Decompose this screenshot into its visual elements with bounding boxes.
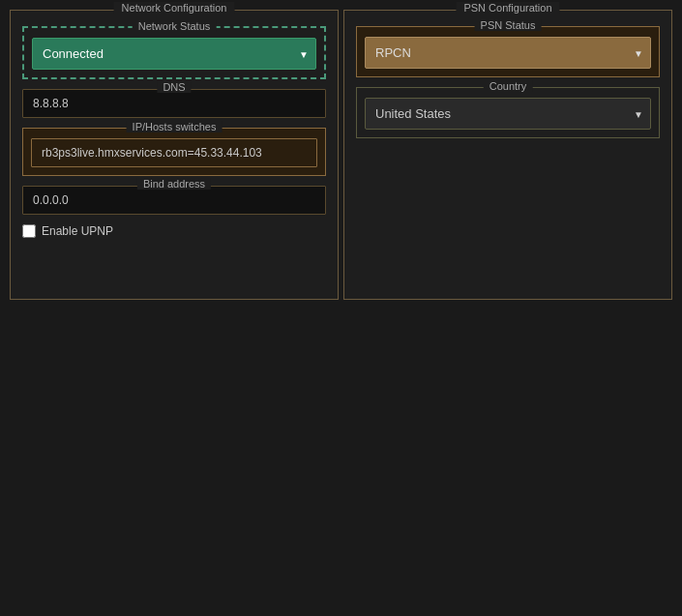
ip-hosts-box: IP/Hosts switches [22,128,326,176]
network-panel-title: Network Configuration [114,2,235,14]
psn-status-select[interactable]: RPCN PSN [365,37,651,69]
ip-hosts-input[interactable] [31,138,317,167]
network-status-label: Network Status [133,20,217,32]
network-status-box: Network Status Connected Disconnected ▼ [22,26,326,79]
network-status-select[interactable]: Connected Disconnected [32,38,316,70]
country-box: Country United States United Kingdom Can… [356,87,660,138]
upnp-checkbox-row: Enable UPNP [22,224,326,238]
psn-status-box: PSN Status RPCN PSN ▼ [356,26,660,77]
bind-address-field-group: Bind address [22,186,326,215]
dns-input[interactable] [22,89,326,118]
country-label: Country [484,80,533,92]
country-dropdown-container: United States United Kingdom Canada Aust… [365,98,651,130]
country-select[interactable]: United States United Kingdom Canada Aust… [365,98,651,130]
psn-configuration-panel: PSN Configuration PSN Status RPCN PSN ▼ … [343,10,672,300]
network-status-dropdown-container: Connected Disconnected ▼ [32,38,316,70]
ip-hosts-label: IP/Hosts switches [127,121,222,132]
bind-address-label: Bind address [137,178,211,190]
upnp-checkbox[interactable] [22,224,36,238]
upnp-label: Enable UPNP [42,224,113,238]
network-configuration-panel: Network Configuration Network Status Con… [10,10,339,300]
psn-status-dropdown-container: RPCN PSN ▼ [365,37,651,69]
dns-label: DNS [157,81,191,93]
psn-panel-title: PSN Configuration [456,2,559,14]
bind-address-input[interactable] [22,186,326,215]
psn-status-label: PSN Status [475,19,542,31]
dns-field-group: DNS [22,89,326,118]
